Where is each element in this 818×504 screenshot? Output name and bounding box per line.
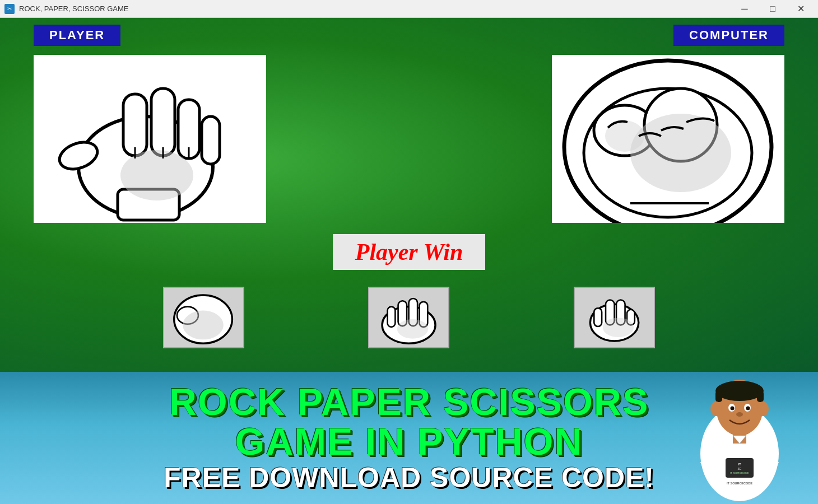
computer-hand-display [552, 55, 784, 223]
computer-label: COMPUTER [673, 25, 784, 46]
player-hand-svg [34, 55, 266, 223]
close-button[interactable]: ✕ [788, 0, 814, 18]
svg-point-36 [715, 381, 764, 401]
titlebar-title: ROCK, PAPER, SCISSOR GAME [19, 4, 732, 13]
rock-icon [167, 291, 240, 344]
svg-text:IT SOURCECODE: IT SOURCECODE [730, 472, 749, 474]
svg-point-21 [183, 310, 224, 339]
scissors-button[interactable] [574, 287, 655, 348]
promo-banner: ROCK PAPER SCISSORS GAME IN PYTHON FREE … [0, 372, 818, 504]
svg-rect-3 [151, 88, 175, 156]
result-row: Player Win [0, 234, 818, 270]
svg-rect-26 [388, 306, 396, 326]
window-controls: ─ □ ✕ [732, 0, 814, 18]
minimize-button[interactable]: ─ [732, 0, 757, 18]
computer-hand-svg [552, 55, 784, 223]
person-image: IT SC IT SOURCECODE IT SOURCECODE [661, 372, 818, 504]
svg-point-45 [757, 402, 769, 416]
svg-point-27 [397, 319, 428, 339]
svg-text:SC: SC [738, 467, 742, 470]
game-content: PLAYER COMPUTER [0, 18, 818, 372]
promo-title-line2: GAME IN PYTHON [235, 422, 583, 461]
person-svg: IT SC IT SOURCECODE IT SOURCECODE [667, 375, 812, 504]
svg-point-33 [602, 318, 633, 337]
choices-row[interactable] [0, 276, 818, 360]
svg-text:IT SOURCECODE: IT SOURCECODE [727, 482, 752, 485]
svg-point-44 [710, 402, 722, 416]
svg-text:IT: IT [738, 463, 741, 466]
titlebar: ✂ ROCK, PAPER, SCISSOR GAME ─ □ ✕ [0, 0, 818, 18]
svg-rect-38 [757, 391, 764, 402]
promo-subtitle: FREE DOWNLOAD SOURCE CODE! [164, 461, 654, 494]
svg-rect-2 [123, 94, 147, 156]
result-text: Player Win [333, 234, 486, 270]
paper-icon [373, 291, 445, 344]
player-label: PLAYER [34, 25, 120, 46]
svg-rect-5 [202, 116, 220, 164]
app-icon: ✂ [4, 4, 15, 14]
hands-row [0, 55, 818, 223]
maximize-button[interactable]: □ [760, 0, 786, 18]
player-hand-display [34, 55, 266, 223]
svg-point-7 [120, 150, 193, 200]
scissors-icon [578, 291, 651, 344]
svg-rect-37 [715, 391, 722, 402]
svg-point-15 [630, 114, 731, 192]
labels-row: PLAYER COMPUTER [0, 18, 818, 53]
svg-point-41 [731, 407, 735, 410]
promo-title-line1: ROCK PAPER SCISSORS [169, 382, 649, 422]
paper-button[interactable] [368, 287, 449, 348]
rock-button[interactable] [163, 287, 244, 348]
svg-point-42 [746, 407, 750, 410]
svg-rect-31 [594, 308, 602, 326]
svg-point-43 [736, 412, 743, 417]
game-area: PLAYER COMPUTER [0, 18, 818, 372]
